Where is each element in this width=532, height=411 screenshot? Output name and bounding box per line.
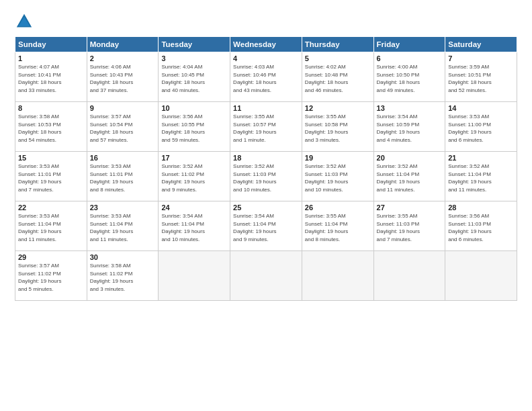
day-info: Sunrise: 3:59 AM Sunset: 10:51 PM Daylig… — [448, 63, 514, 94]
day-info: Sunrise: 3:55 AM Sunset: 10:58 PM Daylig… — [305, 113, 371, 144]
header — [15, 12, 517, 31]
day-number: 14 — [448, 104, 514, 112]
day-info: Sunrise: 3:57 AM Sunset: 10:54 PM Daylig… — [90, 113, 156, 144]
day-number: 7 — [448, 54, 514, 62]
day-info: Sunrise: 3:54 AM Sunset: 11:04 PM Daylig… — [233, 212, 299, 243]
calendar-cell: 18Sunrise: 3:52 AM Sunset: 11:03 PM Dayl… — [230, 152, 302, 201]
week-row-1: 8Sunrise: 3:58 AM Sunset: 10:53 PM Dayli… — [15, 102, 517, 152]
day-number: 28 — [448, 203, 514, 212]
day-info: Sunrise: 3:55 AM Sunset: 10:57 PM Daylig… — [233, 113, 299, 144]
calendar-cell: 9Sunrise: 3:57 AM Sunset: 10:54 PM Dayli… — [87, 102, 159, 152]
day-info: Sunrise: 3:53 AM Sunset: 11:00 PM Daylig… — [448, 113, 514, 144]
calendar-cell — [302, 251, 373, 301]
day-number: 13 — [377, 104, 443, 112]
header-row: SundayMondayTuesdayWednesdayThursdayFrid… — [15, 37, 517, 52]
day-info: Sunrise: 4:03 AM Sunset: 10:46 PM Daylig… — [233, 63, 299, 94]
day-number: 15 — [18, 154, 84, 162]
calendar-cell: 15Sunrise: 3:53 AM Sunset: 11:01 PM Dayl… — [15, 152, 87, 201]
day-info: Sunrise: 3:58 AM Sunset: 10:53 PM Daylig… — [18, 113, 84, 144]
calendar-cell: 2Sunrise: 4:06 AM Sunset: 10:43 PM Dayli… — [87, 52, 159, 102]
calendar-cell: 30Sunrise: 3:58 AM Sunset: 11:02 PM Dayl… — [87, 251, 159, 301]
day-info: Sunrise: 3:56 AM Sunset: 10:55 PM Daylig… — [161, 113, 227, 144]
calendar-cell: 10Sunrise: 3:56 AM Sunset: 10:55 PM Dayl… — [159, 102, 230, 152]
day-number: 2 — [90, 54, 156, 62]
day-info: Sunrise: 3:57 AM Sunset: 11:02 PM Daylig… — [18, 262, 84, 293]
day-info: Sunrise: 4:04 AM Sunset: 10:45 PM Daylig… — [161, 63, 227, 94]
day-number: 21 — [448, 154, 514, 162]
day-number: 23 — [90, 203, 156, 212]
calendar-cell: 24Sunrise: 3:54 AM Sunset: 11:04 PM Dayl… — [159, 201, 230, 251]
calendar-cell: 14Sunrise: 3:53 AM Sunset: 11:00 PM Dayl… — [445, 102, 517, 152]
day-info: Sunrise: 3:54 AM Sunset: 11:04 PM Daylig… — [161, 212, 227, 243]
day-number: 19 — [305, 154, 371, 162]
calendar-table: SundayMondayTuesdayWednesdayThursdayFrid… — [15, 36, 517, 301]
calendar-cell — [159, 251, 230, 301]
calendar-cell: 7Sunrise: 3:59 AM Sunset: 10:51 PM Dayli… — [445, 52, 517, 102]
day-info: Sunrise: 3:52 AM Sunset: 11:02 PM Daylig… — [161, 163, 227, 193]
week-row-4: 29Sunrise: 3:57 AM Sunset: 11:02 PM Dayl… — [15, 251, 517, 301]
day-number: 12 — [305, 104, 371, 112]
calendar-cell: 5Sunrise: 4:02 AM Sunset: 10:48 PM Dayli… — [302, 52, 373, 102]
day-info: Sunrise: 3:53 AM Sunset: 11:01 PM Daylig… — [18, 163, 84, 193]
day-info: Sunrise: 4:07 AM Sunset: 10:41 PM Daylig… — [18, 63, 84, 94]
calendar-cell — [445, 251, 517, 301]
week-row-3: 22Sunrise: 3:53 AM Sunset: 11:04 PM Dayl… — [15, 201, 517, 251]
day-number: 10 — [161, 104, 227, 112]
day-number: 30 — [90, 253, 156, 261]
day-info: Sunrise: 4:06 AM Sunset: 10:43 PM Daylig… — [90, 63, 156, 94]
calendar-cell — [230, 251, 302, 301]
day-info: Sunrise: 4:00 AM Sunset: 10:50 PM Daylig… — [377, 63, 443, 94]
calendar-cell: 17Sunrise: 3:52 AM Sunset: 11:02 PM Dayl… — [159, 152, 230, 201]
calendar-cell: 3Sunrise: 4:04 AM Sunset: 10:45 PM Dayli… — [159, 52, 230, 102]
day-number: 18 — [233, 154, 299, 162]
day-number: 11 — [233, 104, 299, 112]
col-header-sunday: Sunday — [15, 37, 87, 52]
calendar-cell: 11Sunrise: 3:55 AM Sunset: 10:57 PM Dayl… — [230, 102, 302, 152]
day-info: Sunrise: 3:52 AM Sunset: 11:03 PM Daylig… — [305, 163, 371, 193]
day-number: 3 — [161, 54, 227, 62]
calendar-cell: 20Sunrise: 3:52 AM Sunset: 11:04 PM Dayl… — [373, 152, 445, 201]
day-number: 9 — [90, 104, 156, 112]
calendar-cell: 29Sunrise: 3:57 AM Sunset: 11:02 PM Dayl… — [15, 251, 87, 301]
day-number: 8 — [18, 104, 84, 112]
col-header-monday: Monday — [87, 37, 159, 52]
calendar-cell: 23Sunrise: 3:53 AM Sunset: 11:04 PM Dayl… — [87, 201, 159, 251]
calendar-cell: 27Sunrise: 3:55 AM Sunset: 11:03 PM Dayl… — [373, 201, 445, 251]
day-info: Sunrise: 3:54 AM Sunset: 10:59 PM Daylig… — [377, 113, 443, 144]
day-info: Sunrise: 3:55 AM Sunset: 11:04 PM Daylig… — [305, 212, 371, 243]
calendar-cell: 21Sunrise: 3:52 AM Sunset: 11:04 PM Dayl… — [445, 152, 517, 201]
calendar-cell: 1Sunrise: 4:07 AM Sunset: 10:41 PM Dayli… — [15, 52, 87, 102]
day-number: 17 — [161, 154, 227, 162]
day-number: 5 — [305, 54, 371, 62]
day-info: Sunrise: 3:53 AM Sunset: 11:04 PM Daylig… — [90, 212, 156, 243]
col-header-thursday: Thursday — [302, 37, 373, 52]
day-info: Sunrise: 3:53 AM Sunset: 11:01 PM Daylig… — [90, 163, 156, 193]
calendar-cell: 8Sunrise: 3:58 AM Sunset: 10:53 PM Dayli… — [15, 102, 87, 152]
day-number: 25 — [233, 203, 299, 212]
calendar-cell: 25Sunrise: 3:54 AM Sunset: 11:04 PM Dayl… — [230, 201, 302, 251]
day-number: 29 — [18, 253, 84, 261]
day-info: Sunrise: 3:56 AM Sunset: 11:03 PM Daylig… — [448, 212, 514, 243]
day-info: Sunrise: 3:58 AM Sunset: 11:02 PM Daylig… — [90, 262, 156, 293]
day-number: 1 — [18, 54, 84, 62]
day-number: 20 — [377, 154, 443, 162]
calendar-cell: 13Sunrise: 3:54 AM Sunset: 10:59 PM Dayl… — [373, 102, 445, 152]
day-info: Sunrise: 3:52 AM Sunset: 11:04 PM Daylig… — [377, 163, 443, 193]
calendar-cell — [373, 251, 445, 301]
day-info: Sunrise: 3:55 AM Sunset: 11:03 PM Daylig… — [377, 212, 443, 243]
calendar-cell: 6Sunrise: 4:00 AM Sunset: 10:50 PM Dayli… — [373, 52, 445, 102]
day-info: Sunrise: 3:53 AM Sunset: 11:04 PM Daylig… — [18, 212, 84, 243]
calendar-cell: 16Sunrise: 3:53 AM Sunset: 11:01 PM Dayl… — [87, 152, 159, 201]
day-number: 16 — [90, 154, 156, 162]
calendar-cell: 26Sunrise: 3:55 AM Sunset: 11:04 PM Dayl… — [302, 201, 373, 251]
col-header-tuesday: Tuesday — [159, 37, 230, 52]
col-header-saturday: Saturday — [445, 37, 517, 52]
day-info: Sunrise: 4:02 AM Sunset: 10:48 PM Daylig… — [305, 63, 371, 94]
logo-icon — [15, 12, 34, 31]
week-row-0: 1Sunrise: 4:07 AM Sunset: 10:41 PM Dayli… — [15, 52, 517, 102]
page: SundayMondayTuesdayWednesdayThursdayFrid… — [0, 0, 532, 411]
col-header-wednesday: Wednesday — [230, 37, 302, 52]
day-info: Sunrise: 3:52 AM Sunset: 11:03 PM Daylig… — [233, 163, 299, 193]
col-header-friday: Friday — [373, 37, 445, 52]
day-number: 22 — [18, 203, 84, 212]
